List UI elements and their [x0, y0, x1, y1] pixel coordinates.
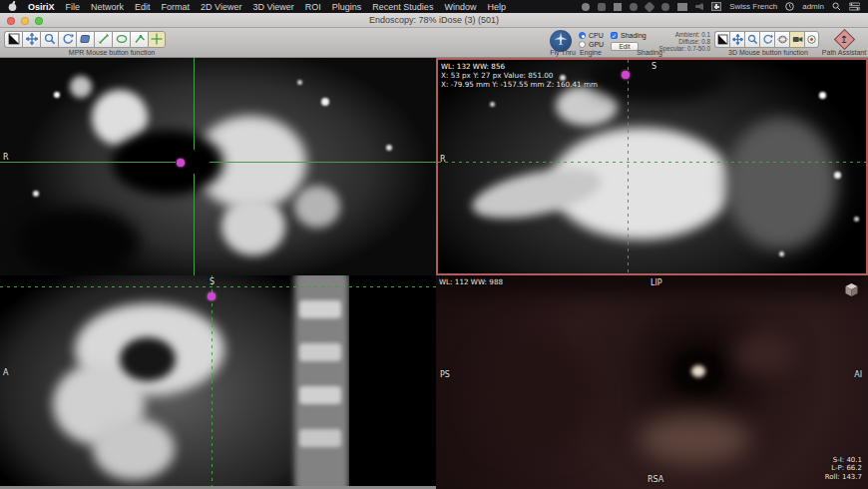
- m3d-rotate-button[interactable]: [759, 31, 774, 48]
- menu-file[interactable]: File: [66, 2, 81, 12]
- mpr-mouse-tools: [4, 31, 166, 48]
- camera-icon: [792, 31, 803, 49]
- gpu-radio[interactable]: GPU: [579, 40, 604, 49]
- menubar-status-icon[interactable]: [661, 3, 669, 11]
- menu-roi[interactable]: ROI: [305, 2, 321, 12]
- ct-image: [438, 60, 866, 273]
- input-source-label[interactable]: Swiss French: [729, 2, 777, 11]
- crosshair-vertical[interactable]: [194, 58, 195, 150]
- contrast-icon: [717, 31, 728, 49]
- shading-checkbox[interactable]: ✓ Shading: [611, 31, 647, 40]
- menubar-status-icon[interactable]: [645, 1, 655, 12]
- search-icon[interactable]: [832, 2, 841, 11]
- wlww-readout: WL: 112 WW: 988: [439, 277, 503, 286]
- checkbox-checked-icon: ✓: [611, 32, 618, 39]
- mouse3d-tools: [714, 31, 819, 48]
- minimize-button[interactable]: [21, 17, 29, 25]
- viewport-endoscopy-3d[interactable]: WL: 112 WW: 988 LIP PS AI RSA S-I: 40.1 …: [436, 275, 868, 489]
- rotate-icon: [62, 31, 74, 49]
- menubar-status-icon[interactable]: [598, 3, 606, 11]
- path-assistant-label: Path Assistant: [822, 49, 866, 56]
- viewer-grid: R WL: 132 WW: 856 X: 53 px Y: 27 px Valu…: [0, 58, 868, 489]
- volume-icon[interactable]: [695, 3, 703, 11]
- window-title-bar[interactable]: Endoscopy: 78% iDose (3) (501): [0, 13, 868, 28]
- cpu-radio[interactable]: CPU: [579, 31, 604, 40]
- orientation-label-left: PS: [440, 370, 450, 379]
- menubar-status-icon[interactable]: [614, 3, 622, 11]
- menubar-status-icon[interactable]: [582, 3, 590, 11]
- clock-icon[interactable]: [785, 2, 794, 11]
- engine-control: CPU GPU: [579, 31, 604, 49]
- crosshair-tool-button[interactable]: [148, 31, 166, 48]
- crosshair-vertical[interactable]: [628, 60, 629, 273]
- rotate-tool-button[interactable]: [58, 31, 76, 48]
- pan-tool-button[interactable]: [22, 31, 40, 48]
- menu-osirix[interactable]: OsiriX: [28, 2, 55, 12]
- m3d-zoom-button[interactable]: [744, 31, 759, 48]
- menu-format[interactable]: Format: [162, 2, 191, 12]
- input-source-icon[interactable]: [711, 2, 721, 11]
- position-marker[interactable]: [208, 292, 216, 300]
- crosshair-horizontal[interactable]: [0, 286, 436, 287]
- zoom-window-button[interactable]: [35, 17, 43, 25]
- position-marker[interactable]: [177, 159, 185, 167]
- menu-recent-studies[interactable]: Recent Studies: [372, 2, 433, 12]
- m3d-orbit-button[interactable]: [774, 31, 789, 48]
- orientation-label-top: S: [210, 277, 215, 286]
- mpr-mouse-label: MPR Mouse button function: [69, 49, 155, 56]
- crosshair-horizontal[interactable]: [0, 162, 176, 163]
- length-tool-button[interactable]: [94, 31, 112, 48]
- zoom-tool-button[interactable]: [40, 31, 58, 48]
- crosshair-vertical[interactable]: [212, 275, 213, 489]
- shading-control: ✓ Shading Edit: [611, 31, 647, 51]
- orbit-3d-icon: [777, 31, 788, 49]
- menu-3d-viewer[interactable]: 3D Viewer: [252, 2, 293, 12]
- m3d-wlww-button[interactable]: [714, 31, 729, 48]
- menu-bar: OsiriX File Network Edit Format 2D Viewe…: [0, 0, 868, 13]
- close-button[interactable]: [7, 17, 15, 25]
- m3d-target-button[interactable]: [804, 31, 819, 48]
- viewport-mpr-oblique[interactable]: WL: 132 WW: 856 X: 53 px Y: 27 px Value:…: [436, 58, 868, 275]
- camera-position-stats: S-I: 40.1 L-P: 66.2 Roll: 143.7: [825, 456, 862, 482]
- pixel-readout: X: 53 px Y: 27 px Value: 851.00: [441, 71, 553, 80]
- orientation-label-left: R: [3, 153, 9, 162]
- orientation-cube-icon[interactable]: [844, 282, 859, 297]
- position-marker[interactable]: [622, 71, 630, 79]
- endoscopy-image: [436, 275, 868, 489]
- crosshair-horizontal[interactable]: [210, 162, 436, 163]
- menubar-status-icon[interactable]: [677, 3, 687, 11]
- user-menu[interactable]: admin: [802, 2, 824, 11]
- path-assistant-button[interactable]: ↥: [834, 29, 855, 50]
- orientation-label-left: A: [3, 368, 8, 377]
- m3d-camera-button[interactable]: [789, 31, 804, 48]
- series-tool-button[interactable]: [76, 31, 94, 48]
- cpu-radio-label: CPU: [589, 32, 604, 39]
- engine-label: Engine: [580, 49, 602, 56]
- menu-window[interactable]: Window: [444, 2, 476, 12]
- menu-edit[interactable]: Edit: [135, 2, 151, 12]
- menu-network[interactable]: Network: [91, 2, 124, 12]
- menubar-status-icon[interactable]: [630, 3, 638, 11]
- crosshair-horizontal[interactable]: [438, 162, 866, 163]
- length-measure-icon: [98, 31, 110, 49]
- angle-tool-button[interactable]: [130, 31, 148, 48]
- shading-edit-button[interactable]: Edit: [611, 42, 639, 51]
- crosshair-vertical[interactable]: [194, 174, 195, 275]
- wlww-tool-button[interactable]: [4, 31, 22, 48]
- fly-thru-label: Fly Thru: [550, 49, 576, 56]
- oval-tool-button[interactable]: [112, 31, 130, 48]
- viewport-mpr-axial[interactable]: R: [0, 58, 436, 275]
- crosshair-icon: [151, 31, 163, 49]
- orientation-label-left: R: [440, 155, 446, 164]
- m3d-pan-button[interactable]: [729, 31, 744, 48]
- control-center-icon[interactable]: [849, 2, 860, 11]
- viewport-mpr-sagittal[interactable]: S A: [0, 275, 436, 489]
- apple-icon[interactable]: [8, 1, 17, 12]
- orientation-label-bottom: RSA: [648, 475, 663, 484]
- magnifier-icon: [44, 31, 56, 49]
- wlww-readout: WL: 132 WW: 856: [441, 62, 505, 71]
- menu-help[interactable]: Help: [487, 2, 506, 12]
- menu-plugins[interactable]: Plugins: [332, 2, 362, 12]
- shading-checkbox-label: Shading: [621, 32, 647, 39]
- menu-2d-viewer[interactable]: 2D Viewer: [201, 2, 241, 12]
